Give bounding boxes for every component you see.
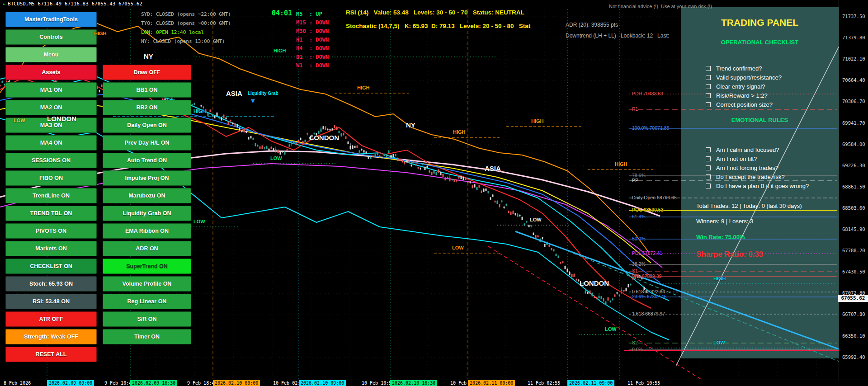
button-prev-day-h-l-on[interactable]: Prev Day H/L ON [103, 135, 191, 151]
checklist-item-label: Do I have a plan B if it goes wrong? [716, 183, 809, 189]
price-axis-label: 68145.90 [842, 226, 865, 232]
button-bb2-on[interactable]: BB2 ON [103, 100, 191, 115]
button-s-r-on[interactable]: S/R ON [103, 311, 191, 327]
candle-body [384, 154, 385, 156]
button-daily-open-on[interactable]: Daily Open ON [103, 118, 191, 133]
button-impulse-proj-on[interactable]: Impulse Proj ON [103, 170, 191, 186]
checkbox-icon[interactable] [706, 165, 711, 170]
candle-body [605, 301, 607, 305]
candle-body [621, 290, 623, 291]
button-assets[interactable]: Assets [5, 65, 97, 80]
timeline-label: 11 Feb 10:55 [626, 380, 662, 386]
candle-body [321, 129, 322, 132]
candle-body [269, 149, 270, 151]
checkbox-icon[interactable] [706, 174, 711, 179]
checkbox-icon[interactable] [706, 147, 711, 152]
checkbox-icon[interactable] [706, 93, 711, 98]
button-liquidity-grab-on[interactable]: Liquidity Grab ON [103, 206, 191, 221]
candle-body [608, 297, 609, 301]
checklist-item-label: Am I not forcing trades? [716, 165, 778, 171]
checkbox-icon[interactable] [706, 84, 711, 89]
button-fibo-on[interactable]: FIBO ON [5, 170, 97, 186]
candle-body [630, 284, 632, 285]
button-markets-on[interactable]: Markets ON [5, 241, 97, 256]
button-trend-tbl-on[interactable]: TREND TBL ON [5, 206, 97, 221]
time-axis[interactable]: 8 Feb 20262026.02.09 09:009 Feb 10:45202… [0, 380, 868, 386]
button-mastertradingtools[interactable]: MasterTradingTools [5, 12, 97, 27]
session-status-line: NY: CLOSED (opens 13:00 GMT) [141, 37, 231, 46]
button-auto-trend-on[interactable]: Auto Trend ON [103, 153, 191, 168]
button-ema-ribbon-on[interactable]: EMA Ribbon ON [103, 223, 191, 239]
trading-terminal: HIGHNYLOWLONDONASIALiquidity Grab▼HIGHHI… [0, 0, 868, 386]
button-menu[interactable]: Menu [5, 47, 97, 62]
button-pivots-on[interactable]: PIVOTS ON [5, 223, 97, 239]
button-controls[interactable]: Controls [5, 29, 97, 45]
timeline-label: 2026.02.11 09:00 [567, 380, 614, 386]
candle-body [212, 114, 213, 117]
candle-body [323, 126, 324, 129]
candle-body [223, 115, 225, 118]
button-trendline-on[interactable]: TrendLine ON [5, 188, 97, 203]
button-atr-off[interactable]: ATR OFF [5, 311, 97, 327]
price-axis-label: 71379.80 [842, 35, 865, 40]
checkbox-icon[interactable] [706, 75, 711, 80]
checkbox-icon[interactable] [706, 66, 711, 71]
button-ma3-on[interactable]: MA3 ON [5, 118, 97, 133]
rsi-info: RSI (14) Value: 53.48 Levels: 30 - 50 - … [346, 9, 524, 16]
checklist-item: Do I have a plan B if it goes wrong? [706, 183, 809, 189]
candle-body [388, 151, 390, 153]
candle-body [266, 146, 268, 149]
checklist-item-label: Am I not on tilt? [716, 155, 757, 162]
button-bb1-on[interactable]: BB1 ON [103, 82, 191, 98]
candle-body [2, 81, 3, 83]
candle-body [300, 138, 302, 140]
button-timer-on[interactable]: Timer ON [103, 329, 191, 344]
session-status-line: LON: OPEN 12:40 local [141, 28, 231, 37]
checklist-title: OPERATIONAL CHECKLIST [681, 39, 839, 46]
button-marubozu-on[interactable]: Marubozu ON [103, 188, 191, 203]
price-axis-label: 66707.80 [842, 311, 865, 317]
timeline-label: 11 Feb 02:55 [526, 380, 562, 386]
candle-body [454, 179, 455, 182]
candle-body [465, 178, 467, 180]
button-supertrend-on[interactable]: SuperTrend ON [103, 259, 191, 274]
button-ma2-on[interactable]: MA2 ON [5, 100, 97, 115]
sharpe-ratio-stat: Sharpe Ratio: 0.33 [696, 250, 763, 259]
candle-body [452, 179, 453, 180]
candle-body [574, 274, 575, 277]
candle-body [438, 169, 439, 173]
candle-body [203, 107, 204, 108]
candle-body [239, 128, 241, 130]
checklist-item: Valid support/resistance? [706, 74, 782, 81]
button-draw-off[interactable]: Draw OFF [103, 65, 191, 80]
price-axis[interactable]: 71737.5071379.8071022.1070664.4070306.70… [839, 0, 868, 380]
candle-body [284, 151, 286, 155]
candle-body [334, 125, 335, 128]
candle-body [644, 287, 645, 290]
price-axis-label: 66350.10 [842, 333, 865, 339]
button-volume-profile-on[interactable]: Volume Profile ON [103, 276, 191, 292]
button-strength-weak-off[interactable]: Strength: Weak OFF [5, 329, 97, 344]
button-reg-linear-on[interactable]: Reg Linear ON [103, 294, 191, 309]
button-checklist-on[interactable]: CHECKLIST ON [5, 259, 97, 274]
timeline-label: 8 Feb 2026 [2, 380, 33, 386]
checkbox-icon[interactable] [706, 156, 711, 161]
button-ma4-on[interactable]: MA4 ON [5, 135, 97, 151]
candle-body [646, 290, 647, 293]
candle-body [447, 177, 448, 179]
timeline-label: 2026.02.09 09:00 [47, 380, 94, 386]
button-ma1-on[interactable]: MA1 ON [5, 82, 97, 98]
checkbox-icon[interactable] [706, 184, 711, 188]
button-reset-all[interactable]: RESET ALL [5, 347, 97, 362]
checkbox-icon[interactable] [706, 102, 711, 107]
candle-body [280, 151, 281, 155]
stochastic-info: Stochastic (14,7,5) K: 65.93 D: 79.13 Le… [346, 23, 530, 29]
candle-body [348, 141, 349, 144]
button-rsi-53-48-on[interactable]: RSI: 53.48 ON [5, 294, 97, 309]
button-sessions-on[interactable]: SESSIONS ON [5, 153, 97, 168]
checklist-item: Am I not on tilt? [706, 155, 757, 162]
button-stoch-65-93-on[interactable]: Stoch: 65.93 ON [5, 276, 97, 292]
candle-body [472, 185, 473, 188]
button-adr-on[interactable]: ADR ON [103, 241, 191, 256]
candle-body [352, 146, 354, 149]
